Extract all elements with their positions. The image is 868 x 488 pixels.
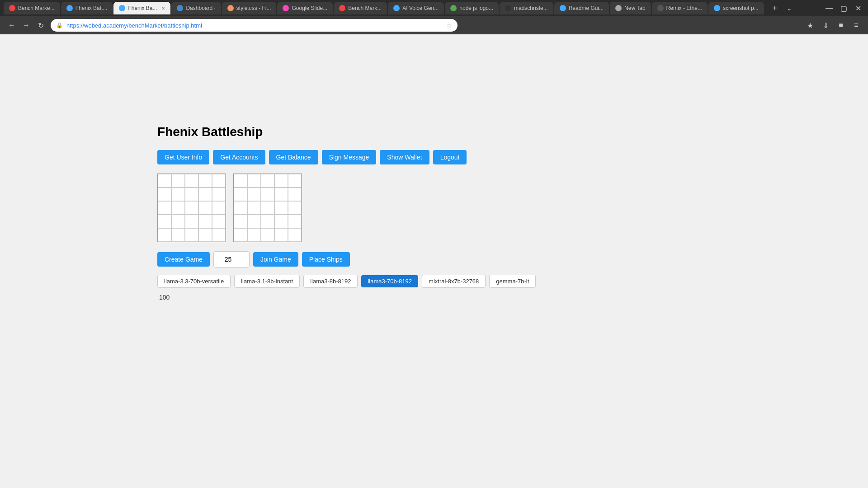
show-wallet-button[interactable]: Show Wallet [380, 150, 429, 164]
tab-style-css[interactable]: style.css - Fi... [222, 2, 277, 14]
right-game-grid[interactable] [233, 174, 302, 242]
tab-google-slides[interactable]: Google Slide... [277, 2, 333, 14]
grid-cell-1-2[interactable] [185, 188, 198, 201]
rgrid-cell-1-2[interactable] [261, 188, 274, 201]
model-button-3[interactable]: llama3-70b-8192 [361, 275, 418, 287]
address-bar[interactable]: 🔒 https://webed.academy/benchMarket/batt… [51, 19, 458, 32]
extensions-button[interactable]: ■ [835, 19, 847, 32]
grid-cell-4-1[interactable] [171, 228, 185, 242]
close-window-button[interactable]: ✕ [852, 2, 864, 14]
rgrid-cell-4-2[interactable] [261, 228, 274, 242]
rgrid-cell-2-4[interactable] [288, 201, 302, 215]
reload-button[interactable]: ↻ [34, 19, 47, 32]
rgrid-cell-3-1[interactable] [247, 215, 261, 228]
menu-button[interactable]: ≡ [850, 19, 863, 32]
grid-cell-3-0[interactable] [158, 215, 171, 228]
sign-message-button[interactable]: Sign Message [322, 150, 377, 164]
rgrid-cell-0-3[interactable] [274, 174, 288, 188]
rgrid-cell-0-2[interactable] [261, 174, 274, 188]
downloads-button[interactable]: ⇓ [819, 19, 832, 32]
grid-cell-1-4[interactable] [212, 188, 226, 201]
get-accounts-button[interactable]: Get Accounts [213, 150, 265, 164]
rgrid-cell-4-0[interactable] [234, 228, 247, 242]
grid-cell-3-2[interactable] [185, 215, 198, 228]
grid-cell-2-2[interactable] [185, 201, 198, 215]
tab-madschriste[interactable]: madschriste... [500, 2, 553, 14]
model-button-2[interactable]: llama3-8b-8192 [303, 275, 358, 288]
game-action-row: Create Game Join Game Place Ships [157, 251, 350, 267]
join-game-button[interactable]: Join Game [253, 252, 298, 267]
rgrid-cell-2-3[interactable] [274, 201, 288, 215]
grid-cell-0-3[interactable] [198, 174, 212, 188]
grid-cell-0-2[interactable] [185, 174, 198, 188]
grid-cell-3-3[interactable] [198, 215, 212, 228]
bookmarks-button[interactable]: ★ [804, 19, 816, 32]
grid-cell-0-0[interactable] [158, 174, 171, 188]
grid-cell-4-3[interactable] [198, 228, 212, 242]
grid-cell-4-4[interactable] [212, 228, 226, 242]
get-balance-button[interactable]: Get Balance [269, 150, 318, 164]
logout-button[interactable]: Logout [433, 150, 467, 164]
grid-cell-0-1[interactable] [171, 174, 185, 188]
grid-cell-1-0[interactable] [158, 188, 171, 201]
tab-readme[interactable]: Readme Gui... [554, 2, 609, 14]
grid-cell-3-1[interactable] [171, 215, 185, 228]
rgrid-cell-2-2[interactable] [261, 201, 274, 215]
rgrid-cell-3-2[interactable] [261, 215, 274, 228]
bookmark-icon[interactable]: ☆ [446, 22, 452, 29]
tab-screenshot[interactable]: screenshot p... [708, 2, 764, 14]
model-button-0[interactable]: llama-3.3-70b-versatile [157, 275, 231, 288]
tab-bench-market-2[interactable]: Bench Mark... [334, 2, 387, 14]
grid-cell-2-4[interactable] [212, 201, 226, 215]
model-button-5[interactable]: gemma-7b-it [489, 275, 536, 288]
forward-button[interactable]: → [20, 19, 33, 32]
tab-fhenix-ba-2[interactable]: Fhenix Ba... ✕ [113, 2, 170, 14]
rgrid-cell-0-1[interactable] [247, 174, 261, 188]
nav-buttons: ← → ↻ [5, 19, 47, 32]
rgrid-cell-3-4[interactable] [288, 215, 302, 228]
rgrid-cell-3-3[interactable] [274, 215, 288, 228]
get-user-info-button[interactable]: Get User Info [157, 150, 209, 164]
rgrid-cell-1-3[interactable] [274, 188, 288, 201]
rgrid-cell-1-1[interactable] [247, 188, 261, 201]
tab-remix[interactable]: Remix - Ethe... [652, 2, 708, 14]
tab-new-tab[interactable]: New Tab [610, 2, 651, 14]
rgrid-cell-2-0[interactable] [234, 201, 247, 215]
rgrid-cell-1-0[interactable] [234, 188, 247, 201]
tab-bench-market-1[interactable]: Bench Marke... [4, 2, 60, 14]
rgrid-cell-3-0[interactable] [234, 215, 247, 228]
grid-cell-4-0[interactable] [158, 228, 171, 242]
rgrid-cell-1-4[interactable] [288, 188, 302, 201]
grid-cell-0-4[interactable] [212, 174, 226, 188]
tab-dashboard[interactable]: Dashboard · [171, 2, 221, 14]
grid-cell-3-4[interactable] [212, 215, 226, 228]
rgrid-cell-2-1[interactable] [247, 201, 261, 215]
place-ships-button[interactable]: Place Ships [302, 252, 350, 267]
tab-list-button[interactable]: ⌄ [783, 2, 796, 14]
rgrid-cell-0-4[interactable] [288, 174, 302, 188]
left-game-grid[interactable] [157, 174, 226, 242]
grid-cell-2-1[interactable] [171, 201, 185, 215]
tab-close-icon[interactable]: ✕ [161, 6, 165, 11]
grid-cell-2-0[interactable] [158, 201, 171, 215]
create-game-button[interactable]: Create Game [157, 252, 210, 267]
minimize-button[interactable]: — [823, 2, 835, 14]
tab-ai-voice[interactable]: AI Voice Gen... [388, 2, 444, 14]
rgrid-cell-4-4[interactable] [288, 228, 302, 242]
grid-cell-4-2[interactable] [185, 228, 198, 242]
rgrid-cell-4-1[interactable] [247, 228, 261, 242]
rgrid-cell-0-0[interactable] [234, 174, 247, 188]
tab-nodejs[interactable]: node js logo... [445, 2, 499, 14]
new-tab-button[interactable]: + [769, 2, 781, 14]
game-id-input[interactable] [213, 251, 250, 267]
grid-cell-1-3[interactable] [198, 188, 212, 201]
tab-favicon [657, 5, 664, 11]
model-button-4[interactable]: mixtral-8x7b-32768 [422, 275, 486, 288]
maximize-button[interactable]: ▢ [837, 2, 850, 14]
back-button[interactable]: ← [5, 19, 18, 32]
tab-fhenix-battle-1[interactable]: Fhenix Batt... [61, 2, 113, 14]
grid-cell-1-1[interactable] [171, 188, 185, 201]
rgrid-cell-4-3[interactable] [274, 228, 288, 242]
model-button-1[interactable]: llama-3.1-8b-instant [234, 275, 300, 288]
grid-cell-2-3[interactable] [198, 201, 212, 215]
